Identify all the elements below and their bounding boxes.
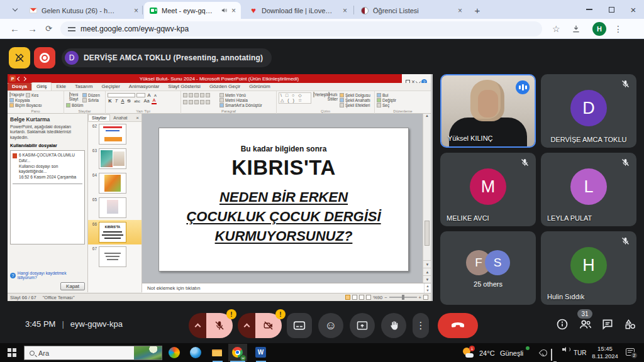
- tab-meet[interactable]: Meet - eyw-gqwv-kpa ×: [144, 2, 241, 19]
- taskbar-clock[interactable]: 15:45 8.11.2024: [590, 345, 620, 360]
- ribbon-tab-gorunum[interactable]: Görünüm: [245, 83, 274, 90]
- present-button[interactable]: [350, 313, 375, 338]
- select-button[interactable]: Seç: [377, 102, 430, 107]
- ribbon-tab-tasarim[interactable]: Tasarım: [70, 83, 97, 90]
- taskbar-search[interactable]: Ara: [24, 346, 162, 360]
- slide-thumbnail-row[interactable]: 62: [88, 122, 142, 146]
- close-icon[interactable]: ×: [343, 7, 347, 14]
- meeting-details-button[interactable]: [556, 318, 569, 333]
- participants-button[interactable]: [579, 318, 592, 333]
- recovery-close-button[interactable]: Kapat: [60, 282, 85, 290]
- shape-fill-button[interactable]: Şekil Dolgusu: [340, 92, 370, 97]
- close-icon[interactable]: ×: [231, 7, 236, 14]
- undo-icon[interactable]: [17, 76, 21, 80]
- browser-profile-avatar[interactable]: H: [592, 22, 606, 36]
- slide[interactable]: Bu kadar bilgiden sonra KIBRIS'TA NEDEN …: [158, 128, 409, 272]
- font-size-box[interactable]: [136, 93, 145, 97]
- close-icon[interactable]: ×: [458, 7, 462, 14]
- browser-menu-icon[interactable]: ⋮: [614, 23, 623, 35]
- chrome-taskbar-button[interactable]: H: [228, 344, 247, 361]
- new-slide-button[interactable]: Yeni Slayt: [66, 92, 81, 101]
- font-name-box[interactable]: [108, 93, 135, 97]
- redo-icon[interactable]: [22, 76, 26, 80]
- window-minimize-button[interactable]: [579, 0, 600, 19]
- copilot-icon[interactable]: [169, 347, 180, 358]
- copy-button[interactable]: Kopyala: [9, 97, 62, 102]
- scrollbar-thumb[interactable]: [425, 221, 430, 246]
- change-case-button[interactable]: Aa: [143, 98, 150, 104]
- ribbon-tab-ekle[interactable]: Ekle: [52, 83, 70, 90]
- slide-thumbnail-row[interactable]: 65: [88, 195, 142, 220]
- font-color-button[interactable]: A: [152, 97, 157, 104]
- shadow-button[interactable]: abc: [133, 99, 142, 103]
- ribbon-tab-dosya[interactable]: Dosya: [8, 83, 31, 90]
- tile-yuksel-kilinc[interactable]: Yüksel KILINÇ: [440, 74, 536, 148]
- slide-thumbnail[interactable]: [99, 246, 126, 267]
- shapes-gallery[interactable]: \ □ ○ ◇ △ ( ) ☆: [279, 92, 311, 104]
- raise-hand-button[interactable]: [381, 313, 406, 338]
- cut-button[interactable]: Kes: [26, 92, 62, 97]
- ribbon-tab-gecisler[interactable]: Geçişler: [97, 83, 124, 90]
- slide-thumbnail-row-selected[interactable]: 66 KIBRIS'TA: [88, 220, 142, 244]
- strikethrough-button[interactable]: S: [126, 98, 131, 104]
- ribbon-tab-giris[interactable]: Giriş: [31, 82, 52, 90]
- slide-thumbnail-row[interactable]: 67: [88, 244, 142, 269]
- normal-view-button[interactable]: [345, 295, 350, 300]
- search-highlight-image[interactable]: [134, 346, 162, 359]
- italic-button[interactable]: T: [114, 98, 119, 104]
- camera-options-button[interactable]: [238, 313, 255, 338]
- window-close-button[interactable]: ×: [623, 0, 644, 19]
- activities-button[interactable]: [624, 318, 636, 333]
- tab-gmail[interactable]: Gelen Kutusu (26) - hulin.siddik ×: [24, 2, 143, 19]
- grow-font-icon[interactable]: A: [147, 92, 152, 98]
- downloads-icon[interactable]: [571, 24, 581, 34]
- start-button[interactable]: [8, 348, 16, 357]
- bold-button[interactable]: K: [108, 98, 113, 104]
- reset-button[interactable]: Sıfırla: [82, 97, 104, 102]
- reload-button[interactable]: ⟳: [45, 23, 52, 35]
- format-painter-button[interactable]: Biçim Boyacısı: [9, 102, 62, 107]
- word-icon[interactable]: W: [255, 347, 266, 358]
- section-button[interactable]: Bölüm: [66, 102, 104, 107]
- quick-access-toolbar[interactable]: P: [8, 75, 26, 82]
- recording-button[interactable]: [34, 47, 55, 69]
- replace-button[interactable]: Değiştir: [377, 97, 430, 102]
- recovery-file-list[interactable]: 6 KASIM-ÇOCUKTA OLUMLU DAV... Kullanıcı …: [10, 150, 85, 244]
- scroll-down-icon[interactable]: ▼: [423, 260, 431, 268]
- edge-icon[interactable]: [190, 347, 201, 358]
- previous-slide-button[interactable]: ▲: [423, 268, 431, 275]
- weather-temp[interactable]: 24°C: [479, 349, 495, 357]
- align-text-button[interactable]: Metni Hizala: [219, 97, 262, 102]
- more-options-button[interactable]: ⋮: [413, 313, 429, 338]
- find-button[interactable]: Bul: [377, 92, 430, 97]
- zoom-out-button[interactable]: −: [384, 295, 387, 300]
- arrange-button[interactable]: Yerleştir: [313, 92, 326, 97]
- recovery-help-link[interactable]: ? Hangi dosyayı kaydetmek istiyorum?: [10, 271, 85, 280]
- zoom-slider-thumb[interactable]: [402, 295, 404, 300]
- slide-thumbnail[interactable]: [99, 148, 126, 169]
- chat-button[interactable]: [601, 318, 614, 333]
- shape-effects-button[interactable]: Şekil Efektleri: [340, 102, 370, 107]
- text-direction-button[interactable]: Metin Yönü: [219, 92, 262, 97]
- weather-desc[interactable]: Güneşli: [500, 349, 523, 357]
- slide-thumbnail[interactable]: [99, 173, 126, 194]
- slide-thumbnail-row[interactable]: 63: [88, 146, 142, 171]
- network-icon[interactable]: [551, 349, 552, 361]
- back-button[interactable]: ←: [10, 23, 19, 35]
- quick-styles-button[interactable]: Hızlı Stiller: [327, 92, 338, 101]
- ribbon-tab-animasyonlar[interactable]: Animasyonlar: [125, 83, 164, 90]
- scroll-up-icon[interactable]: ▲: [423, 114, 431, 118]
- reactions-button[interactable]: ☺: [318, 313, 343, 338]
- tab-anahat[interactable]: Anahat: [110, 115, 130, 121]
- notes-pane[interactable]: Not eklemek için tıklatın ▲▼: [142, 283, 431, 293]
- tab-ogrenci-listesi[interactable]: Öğrenci Listesi ×: [355, 2, 467, 19]
- tab-audio-icon[interactable]: [221, 6, 228, 14]
- zoom-in-button[interactable]: +: [419, 295, 421, 300]
- slideshow-view-button[interactable]: [366, 295, 371, 300]
- underline-button[interactable]: A: [120, 98, 125, 104]
- shrink-font-icon[interactable]: A: [153, 94, 158, 97]
- tab-slaytlar[interactable]: Slaytlar: [88, 114, 110, 121]
- next-slide-button[interactable]: ▼: [423, 275, 431, 283]
- tab-search-button[interactable]: [9, 4, 21, 14]
- end-call-button[interactable]: [438, 313, 478, 338]
